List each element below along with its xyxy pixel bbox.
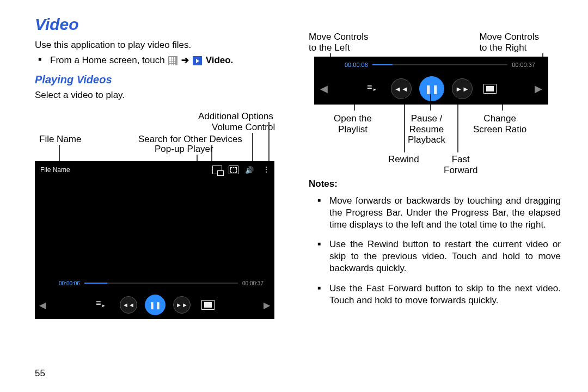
note-item: Use the Fast Forward button to skip to t… (309, 283, 561, 307)
move-controls-right-icon[interactable]: ▶ (259, 300, 274, 310)
label-fast-forward: FastForward (444, 154, 477, 175)
top-callout-labels: File Name Search for Other Devices Pop-u… (35, 111, 287, 149)
playlist-icon[interactable] (95, 299, 109, 310)
fast-forward-button[interactable]: ►► (173, 296, 191, 314)
move-controls-left-icon[interactable]: ◀ (314, 83, 334, 95)
label-pause-resume: Pause /ResumePlayback (408, 113, 445, 145)
volume-icon[interactable] (245, 166, 254, 174)
label-search-devices: Search for Other Devices (138, 134, 242, 145)
select-video-text: Select a video to play. (35, 89, 287, 101)
total-time: 00:00:37 (242, 280, 264, 286)
file-name-text: File Name (40, 166, 206, 174)
label-change-ratio: ChangeScreen Ratio (473, 113, 526, 134)
total-time: 00:00:37 (512, 62, 535, 68)
video-label: Video (206, 55, 231, 65)
search-devices-icon[interactable] (229, 166, 238, 174)
note-item: Move forwards or backwards by touching a… (309, 195, 561, 231)
note-item: Use the Rewind button to restart the cur… (309, 238, 561, 274)
move-controls-left-icon[interactable]: ◀ (35, 300, 50, 310)
intro-text: Use this application to play video files… (35, 39, 287, 51)
screen-ratio-icon[interactable] (483, 84, 497, 94)
progress-bar-row: 00:00:06 00:00:37 (35, 275, 274, 291)
label-file-name: File Name (39, 134, 81, 145)
arrow-icon: ➔ (181, 55, 192, 65)
screen-ratio-icon[interactable] (201, 300, 215, 310)
label-move-controls-left: Move Controlsto the Left (309, 32, 369, 53)
elapsed-time: 00:00:06 (59, 280, 80, 286)
apps-grid-icon (168, 56, 177, 65)
label-rewind: Rewind (388, 154, 419, 165)
play-pause-button[interactable]: ❚❚ (419, 76, 444, 101)
rewind-button[interactable]: ◄◄ (120, 296, 137, 314)
section-title: Video (35, 15, 287, 34)
home-screen-step: From a Home screen, touch ➔ Video. (35, 54, 287, 66)
label-move-controls-right: Move Controlsto the Right (479, 32, 539, 53)
label-open-playlist: Open thePlaylist (334, 113, 372, 134)
play-pause-button[interactable]: ❚❚ (145, 295, 166, 315)
rewind-button[interactable]: ◄◄ (391, 78, 412, 99)
fast-forward-button[interactable]: ►► (452, 78, 473, 99)
label-volume-control: Volume Control (212, 122, 275, 133)
video-player-screenshot: File Name 00:00:06 00:00:37 ◀ ◄◄ ❚ (35, 161, 274, 319)
page-number: 55 (35, 368, 45, 379)
playlist-icon[interactable] (366, 83, 380, 94)
step-prefix: From a Home screen, touch (50, 55, 167, 65)
more-options-icon[interactable] (260, 166, 269, 174)
video-app-icon (193, 56, 202, 65)
elapsed-time: 00:00:06 (345, 62, 368, 68)
progress-bar[interactable] (372, 64, 507, 65)
move-controls-right-icon[interactable]: ▶ (529, 83, 548, 95)
subheading: Playing Videos (35, 74, 287, 86)
controls-closeup: 00:00:06 00:00:37 ◀ ◄◄ ❚❚ ►► ▶ (314, 57, 548, 105)
label-popup-player: Pop-up Player (155, 144, 213, 155)
progress-bar-row: 00:00:06 00:00:37 (314, 57, 548, 73)
label-additional-options: Additional Options (198, 111, 273, 122)
popup-player-icon[interactable] (212, 166, 222, 174)
notes-heading: Notes: (309, 179, 561, 189)
progress-bar[interactable] (84, 283, 238, 284)
